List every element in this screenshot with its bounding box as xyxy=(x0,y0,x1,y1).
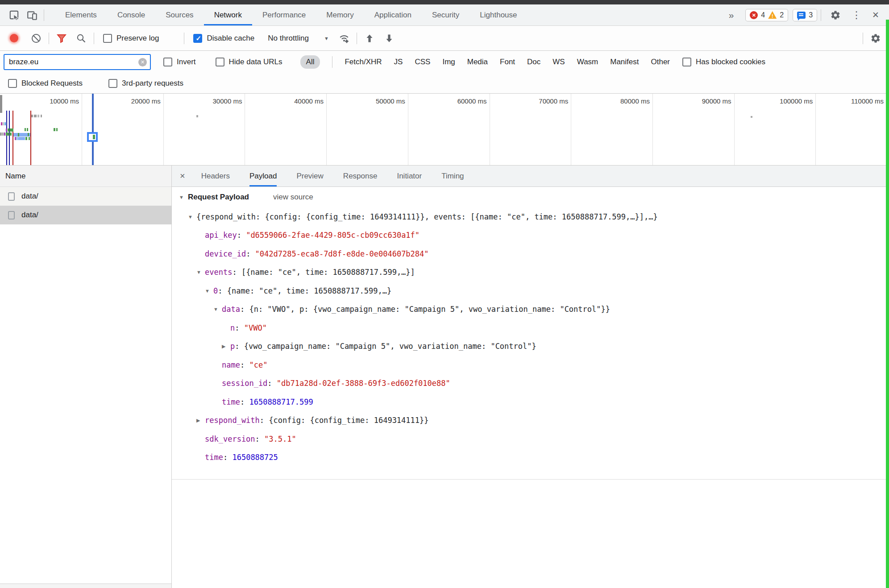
clear-network-log-icon[interactable] xyxy=(26,30,46,46)
filter-type-all[interactable]: All xyxy=(300,55,320,69)
filter-type-css[interactable]: CSS xyxy=(415,58,430,66)
filter-funnel-icon[interactable] xyxy=(52,30,71,46)
record-button[interactable] xyxy=(10,34,18,42)
divider xyxy=(332,56,332,68)
tree-collapsed-icon[interactable]: ▶ xyxy=(222,344,230,349)
timeline-gridline xyxy=(652,94,653,166)
timeline-selected-request-marker[interactable] xyxy=(87,132,98,142)
clear-filter-icon[interactable]: ✕ xyxy=(138,58,147,66)
errors-warnings-badge[interactable]: ✕ 4 ! 2 xyxy=(745,9,788,21)
filter-type-other[interactable]: Other xyxy=(651,58,670,66)
inspect-element-icon[interactable] xyxy=(5,8,23,23)
filter-type-media[interactable]: Media xyxy=(467,58,488,66)
tab-security[interactable]: Security xyxy=(422,4,469,25)
payload-row[interactable]: ▼events: [{name: "ce", time: 1650888717.… xyxy=(172,263,889,282)
payload-row[interactable]: name: "ce" xyxy=(172,356,889,374)
network-conditions-icon[interactable] xyxy=(334,30,354,46)
waterfall-activity-mark xyxy=(25,137,27,140)
more-tabs-icon[interactable]: » xyxy=(722,10,741,21)
filter-type-wasm[interactable]: Wasm xyxy=(577,58,598,66)
tree-collapsed-icon[interactable]: ▶ xyxy=(196,418,205,423)
device-toolbar-icon[interactable] xyxy=(23,8,41,23)
payload-row[interactable]: ▼data: {n: "VWO", p: {vwo_campaign_name:… xyxy=(172,300,889,319)
hide-data-urls-checkbox[interactable] xyxy=(216,58,224,66)
export-har-icon[interactable] xyxy=(379,30,399,46)
detail-tab-headers[interactable]: Headers xyxy=(201,166,230,186)
close-devtools-icon[interactable]: ✕ xyxy=(867,10,885,20)
detail-tab-payload[interactable]: Payload xyxy=(249,166,277,186)
timeline-tick-label: 20000 ms xyxy=(131,97,161,105)
detail-tab-preview[interactable]: Preview xyxy=(296,166,323,186)
invert-checkbox[interactable] xyxy=(163,58,172,66)
payload-row[interactable]: ▶respond_with: {config: {config_time: 16… xyxy=(172,411,889,430)
payload-row[interactable]: time: 1650888717.599 xyxy=(172,393,889,411)
detail-tab-timing[interactable]: Timing xyxy=(441,166,464,186)
payload-row[interactable]: n: "VWO" xyxy=(172,319,889,337)
request-row[interactable]: data/ xyxy=(0,187,171,206)
filter-type-font[interactable]: Font xyxy=(500,58,515,66)
section-collapse-icon[interactable]: ▼ xyxy=(179,195,188,200)
tree-expanded-icon[interactable]: ▼ xyxy=(196,269,205,275)
tree-expanded-icon[interactable]: ▼ xyxy=(205,288,213,294)
throttling-select[interactable]: No throttling xyxy=(268,34,309,43)
divider xyxy=(821,9,821,21)
network-overview-timeline[interactable]: 10000 ms20000 ms30000 ms40000 ms50000 ms… xyxy=(0,94,889,166)
tab-network[interactable]: Network xyxy=(204,4,252,25)
view-source-link[interactable]: view source xyxy=(273,193,313,202)
name-column-header[interactable]: Name xyxy=(0,166,171,187)
request-row[interactable]: data/ xyxy=(0,206,171,224)
payload-row[interactable]: session_id: "db71a28d-02ef-3888-69f3-ed6… xyxy=(172,374,889,393)
tab-elements[interactable]: Elements xyxy=(55,4,107,25)
payload-value: "042d7285-eca8-7d8f-e8de-0e004607b284" xyxy=(255,249,429,258)
filter-type-ws[interactable]: WS xyxy=(553,58,565,66)
close-detail-icon[interactable]: × xyxy=(172,166,191,186)
payload-row[interactable]: device_id: "042d7285-eca8-7d8f-e8de-0e00… xyxy=(172,244,889,263)
issues-badge[interactable]: 3 xyxy=(793,9,817,21)
preserve-log-checkbox[interactable] xyxy=(103,34,112,43)
has-blocked-cookies-checkbox[interactable] xyxy=(682,58,691,66)
filter-type-doc[interactable]: Doc xyxy=(527,58,540,66)
network-settings-gear-icon[interactable] xyxy=(866,30,885,46)
devtools-tabbar: ElementsConsoleSourcesNetworkPerformance… xyxy=(0,4,889,26)
tree-expanded-icon[interactable]: ▼ xyxy=(213,306,222,312)
document-icon xyxy=(8,192,15,201)
search-icon[interactable] xyxy=(71,30,91,46)
filter-type-fetch-xhr[interactable]: Fetch/XHR xyxy=(345,58,382,66)
filter-type-img[interactable]: Img xyxy=(442,58,455,66)
main-tabs: ElementsConsoleSourcesNetworkPerformance… xyxy=(55,4,528,25)
filter-type-manifest[interactable]: Manifest xyxy=(610,58,639,66)
timeline-tick-label: 100000 ms xyxy=(780,97,813,105)
tab-application[interactable]: Application xyxy=(364,4,422,25)
disable-cache-checkbox[interactable] xyxy=(193,34,202,43)
tab-lighthouse[interactable]: Lighthouse xyxy=(469,4,527,25)
horizontal-scrollbar-track[interactable] xyxy=(0,584,171,588)
payload-key: name xyxy=(222,360,240,369)
payload-row[interactable]: ▼{respond_with: {config: {config_time: 1… xyxy=(172,207,889,226)
payload-row[interactable]: sdk_version: "3.5.1" xyxy=(172,430,889,448)
detail-tab-initiator[interactable]: Initiator xyxy=(397,166,422,186)
detail-tab-response[interactable]: Response xyxy=(343,166,378,186)
payload-value: 1650888717.599 xyxy=(249,398,313,406)
settings-gear-icon[interactable] xyxy=(825,10,846,21)
request-detail-tabbar: × HeadersPayloadPreviewResponseInitiator… xyxy=(172,166,889,187)
kebab-menu-icon[interactable]: ⋮ xyxy=(846,9,867,21)
tree-expanded-icon[interactable]: ▼ xyxy=(188,214,196,219)
payload-row[interactable]: ▶p: {vwo_campaign_name: "Campaign 5", vw… xyxy=(172,337,889,356)
request-list: data/data/ xyxy=(0,187,171,224)
payload-row[interactable]: ▼0: {name: "ce", time: 1650888717.599,…} xyxy=(172,282,889,300)
waterfall-activity-mark xyxy=(751,116,752,118)
filter-type-js[interactable]: JS xyxy=(394,58,403,66)
tab-sources[interactable]: Sources xyxy=(155,4,204,25)
blocked-requests-checkbox[interactable] xyxy=(8,79,17,88)
tab-performance[interactable]: Performance xyxy=(252,4,316,25)
timeline-tick-label: 10000 ms xyxy=(50,97,79,105)
tabbar-left-icons xyxy=(0,4,47,25)
waterfall-activity-mark xyxy=(18,133,19,137)
payload-row[interactable]: api_key: "d6559066-2fae-4429-805c-cb09cc… xyxy=(172,226,889,245)
filter-input[interactable] xyxy=(4,58,129,66)
payload-row[interactable]: time: 1650888725 xyxy=(172,448,889,467)
import-har-icon[interactable] xyxy=(360,30,379,46)
third-party-requests-checkbox[interactable] xyxy=(108,79,117,88)
tab-console[interactable]: Console xyxy=(107,4,155,25)
tab-memory[interactable]: Memory xyxy=(316,4,364,25)
